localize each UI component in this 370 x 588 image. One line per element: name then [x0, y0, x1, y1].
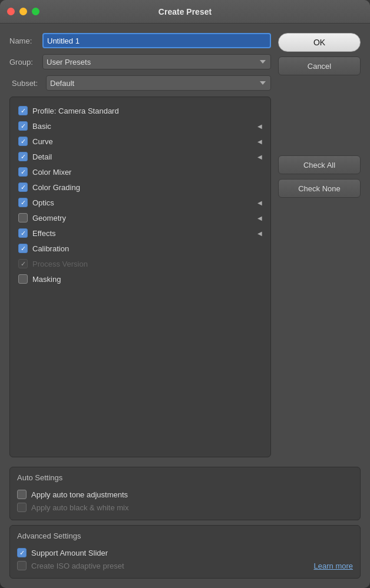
check-all-button[interactable]: Check All	[278, 155, 361, 174]
advanced-settings-box: Advanced Settings ✓ Support Amount Slide…	[9, 525, 361, 579]
auto-bw-label: Apply auto black & white mix	[31, 503, 353, 512]
item-label-optics: Optics	[32, 198, 253, 207]
checklist-item-detail[interactable]: ✓Detail◀	[15, 149, 266, 164]
minimize-button[interactable]	[19, 8, 27, 15]
create-preset-dialog: Create Preset Name: Group: User Presets …	[0, 0, 370, 588]
checklist-item-calibration[interactable]: ✓Calibration	[15, 241, 266, 256]
auto-settings-box: Auto Settings Apply auto tone adjustment…	[9, 467, 361, 520]
expand-arrow-optics[interactable]: ◀	[257, 200, 262, 206]
checklist-item-colorMixer[interactable]: ✓Color Mixer	[15, 164, 266, 180]
checklist-container: ✓Profile: Camera Standard✓Basic◀✓Curve◀✓…	[9, 97, 271, 457]
auto-settings-title: Auto Settings	[17, 473, 353, 482]
title-bar: Create Preset	[0, 0, 370, 24]
item-label-processVersion: Process Version	[32, 260, 262, 268]
checklist-item-geometry[interactable]: Geometry◀	[15, 210, 266, 225]
left-panel: Name: Group: User Presets Subset: Defaul…	[9, 33, 271, 457]
item-label-effects: Effects	[32, 229, 253, 238]
checklist-item-basic[interactable]: ✓Basic◀	[15, 118, 266, 134]
expand-arrow-effects[interactable]: ◀	[257, 230, 262, 237]
subset-row: Subset: Default	[9, 75, 271, 91]
create-iso-label: Create ISO adaptive preset	[31, 562, 307, 570]
name-input[interactable]	[42, 33, 271, 48]
subset-select[interactable]: Default	[46, 75, 271, 91]
advanced-settings-title: Advanced Settings	[17, 531, 353, 540]
checklist-item-processVersion: ✓Process Version	[15, 256, 266, 271]
learn-more-link[interactable]: Learn more	[314, 562, 353, 570]
name-label: Name:	[9, 36, 38, 45]
item-label-masking: Masking	[32, 275, 262, 284]
main-content: Name: Group: User Presets Subset: Defaul…	[0, 24, 370, 467]
item-label-colorGrading: Color Grading	[32, 183, 262, 192]
item-label-colorMixer: Color Mixer	[32, 168, 262, 177]
checkbox-curve[interactable]: ✓	[18, 137, 28, 146]
item-label-curve: Curve	[32, 137, 253, 146]
auto-tone-checkbox[interactable]	[17, 490, 27, 499]
checklist-item-colorGrading[interactable]: ✓Color Grading	[15, 180, 266, 195]
auto-tone-label: Apply auto tone adjustments	[31, 490, 353, 499]
support-amount-checkbox[interactable]: ✓	[17, 548, 27, 557]
dialog-title: Create Preset	[158, 7, 212, 16]
create-iso-row: Create ISO adaptive preset Learn more	[17, 559, 353, 572]
checklist-item-profile[interactable]: ✓Profile: Camera Standard	[15, 103, 266, 118]
group-label: Group:	[9, 58, 38, 67]
item-label-profile: Profile: Camera Standard	[32, 107, 262, 115]
checkbox-basic[interactable]: ✓	[18, 121, 28, 131]
maximize-button[interactable]	[32, 8, 39, 15]
cancel-button[interactable]: Cancel	[278, 57, 361, 75]
check-none-button[interactable]: Check None	[278, 179, 361, 198]
checklist-item-optics[interactable]: ✓Optics◀	[15, 195, 266, 210]
group-select[interactable]: User Presets	[42, 54, 271, 69]
create-iso-checkbox	[17, 561, 27, 570]
checkbox-optics[interactable]: ✓	[18, 198, 28, 207]
checkbox-calibration[interactable]: ✓	[18, 244, 28, 253]
checkbox-masking[interactable]	[18, 274, 28, 284]
expand-arrow-curve[interactable]: ◀	[257, 138, 262, 145]
right-panel: OK Cancel Check All Check None	[278, 33, 361, 457]
checkbox-processVersion: ✓	[18, 259, 28, 268]
ok-button[interactable]: OK	[278, 33, 361, 52]
checklist-item-masking[interactable]: Masking	[15, 271, 266, 287]
item-label-calibration: Calibration	[32, 244, 262, 253]
bottom-sections: Auto Settings Apply auto tone adjustment…	[0, 467, 370, 588]
checklist-item-effects[interactable]: ✓Effects◀	[15, 225, 266, 241]
auto-bw-checkbox	[17, 503, 27, 512]
support-amount-row: ✓ Support Amount Slider	[17, 546, 353, 559]
auto-bw-row: Apply auto black & white mix	[17, 501, 353, 514]
expand-arrow-geometry[interactable]: ◀	[257, 215, 262, 221]
checkbox-geometry[interactable]	[18, 213, 28, 222]
checkbox-colorGrading[interactable]: ✓	[18, 182, 28, 192]
checkbox-effects[interactable]: ✓	[18, 228, 28, 238]
support-amount-label: Support Amount Slider	[31, 549, 353, 557]
subset-label: Subset:	[12, 79, 41, 88]
close-button[interactable]	[7, 8, 15, 15]
item-label-basic: Basic	[32, 122, 253, 131]
checkbox-profile[interactable]: ✓	[18, 106, 28, 115]
name-row: Name:	[9, 33, 271, 48]
checklist-item-curve[interactable]: ✓Curve◀	[15, 134, 266, 149]
item-label-detail: Detail	[32, 152, 253, 161]
checkbox-detail[interactable]: ✓	[18, 152, 28, 161]
auto-tone-row: Apply auto tone adjustments	[17, 488, 353, 501]
expand-arrow-detail[interactable]: ◀	[257, 154, 262, 160]
item-label-geometry: Geometry	[32, 214, 253, 222]
group-row: Group: User Presets	[9, 54, 271, 69]
checkbox-colorMixer[interactable]: ✓	[18, 167, 28, 177]
window-controls	[7, 8, 39, 15]
expand-arrow-basic[interactable]: ◀	[257, 123, 262, 129]
